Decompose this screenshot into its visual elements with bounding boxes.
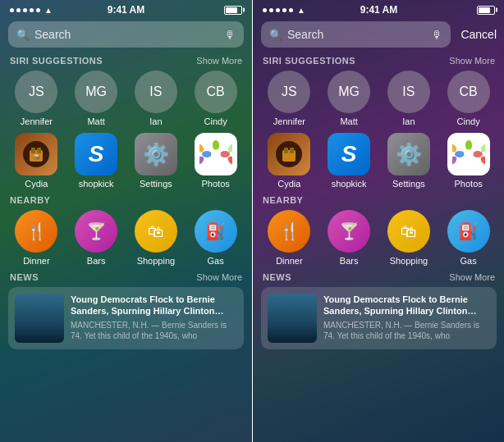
- status-bar-2: ▲ 9:41 AM: [253, 0, 504, 18]
- status-right-2: [477, 6, 495, 15]
- siri-show-more-2[interactable]: Show More: [449, 56, 495, 66]
- news-article-title-2: Young Democrats Flock to Bernie Sanders,…: [323, 294, 490, 317]
- nearby-shopping-1[interactable]: 🛍 Shopping: [131, 210, 181, 266]
- search-placeholder-1: Search: [34, 28, 220, 41]
- nearby-name-shopping-2: Shopping: [390, 256, 428, 266]
- news-show-more-2[interactable]: Show More: [449, 272, 495, 282]
- cancel-button-2[interactable]: Cancel: [456, 28, 497, 41]
- phone-panel-1: ▲ 9:41 AM 🔍 Search 🎙 SIRI SUGGESTIONS Sh…: [0, 0, 252, 442]
- gas-icon-1: ⛽: [195, 210, 237, 253]
- nearby-name-dinner-1: Dinner: [23, 256, 49, 266]
- contact-item[interactable]: JS Jennifer: [11, 71, 61, 126]
- app-item-cydia-2[interactable]: Cydia: [264, 133, 314, 189]
- wifi-icon-2: ▲: [297, 6, 305, 15]
- signal-dot: [30, 8, 34, 12]
- svg-point-7: [213, 140, 219, 150]
- app-item-settings-1[interactable]: ⚙️ Settings: [131, 133, 181, 189]
- contact-name-mg-1: Matt: [87, 116, 104, 126]
- contact-name-is-2: Ian: [402, 116, 415, 126]
- nearby-name-bars-1: Bars: [87, 256, 106, 266]
- news-content-1: Young Democrats Flock to Bernie Sanders,…: [71, 294, 237, 341]
- contact-item[interactable]: IS Ian: [384, 71, 433, 126]
- news-image-2: [268, 294, 317, 343]
- contact-item[interactable]: JS Jennifer: [264, 71, 314, 126]
- news-header-1: NEWS Show More: [0, 271, 252, 287]
- apps-row-2: Cydia S shopkick ⚙️ Settings: [253, 130, 504, 194]
- app-item-shopkick-1[interactable]: S shopkick: [71, 133, 121, 189]
- news-article-title-1: Young Democrats Flock to Bernie Sanders,…: [71, 294, 237, 317]
- svg-point-14: [211, 149, 221, 159]
- news-image-1: [15, 294, 64, 343]
- app-item-shopkick-2[interactable]: S shopkick: [324, 133, 373, 189]
- search-bar-2[interactable]: 🔍 Search 🎙: [261, 21, 451, 48]
- nearby-dinner-2[interactable]: 🍴 Dinner: [264, 210, 314, 266]
- app-name-cydia-1: Cydia: [25, 179, 48, 189]
- nearby-shopping-2[interactable]: 🛍 Shopping: [384, 210, 433, 266]
- contact-name-cb-1: Cindy: [204, 116, 227, 126]
- news-content-2: Young Democrats Flock to Bernie Sanders,…: [323, 294, 490, 341]
- contact-name-js-1: Jennifer: [21, 116, 53, 126]
- bars-icon-2: 🍸: [328, 210, 370, 253]
- contact-item[interactable]: MG Matt: [324, 71, 373, 126]
- battery-icon-2: [477, 6, 495, 15]
- nearby-name-dinner-2: Dinner: [276, 256, 302, 266]
- nearby-title-2: NEARBY: [263, 195, 303, 205]
- phone-panel-2: ▲ 9:41 AM 🔍 Search 🎙 Cancel SIRI SUGGEST…: [253, 0, 504, 442]
- status-left-1: ▲: [10, 6, 54, 15]
- apps-row-1: 📦 Cydia S shopkick ⚙️ Settings: [0, 130, 252, 194]
- nearby-dinner-1[interactable]: 🍴 Dinner: [11, 210, 61, 266]
- svg-rect-2: [31, 148, 35, 153]
- app-icon-photos-1: [195, 133, 237, 175]
- contact-item[interactable]: CB Cindy: [191, 71, 241, 126]
- signal-dot: [276, 8, 280, 12]
- contact-item[interactable]: IS Ian: [131, 71, 181, 126]
- siri-suggestions-header-1: SIRI SUGGESTIONS Show More: [0, 54, 252, 71]
- app-icon-settings-1: ⚙️: [135, 133, 177, 175]
- nearby-name-bars-2: Bars: [340, 256, 359, 266]
- contact-item[interactable]: MG Matt: [71, 71, 121, 126]
- svg-rect-3: [37, 148, 41, 153]
- nearby-bars-1[interactable]: 🍸 Bars: [71, 210, 121, 266]
- nearby-name-gas-2: Gas: [460, 256, 477, 266]
- shopping-icon-2: 🛍: [387, 210, 430, 253]
- app-item-settings-2[interactable]: ⚙️ Settings: [384, 133, 433, 189]
- status-time-1: 9:41 AM: [108, 4, 145, 16]
- search-bar-1[interactable]: 🔍 Search 🎙: [8, 21, 244, 48]
- news-show-more-1[interactable]: Show More: [196, 272, 242, 282]
- app-item-photos-1[interactable]: Photos: [191, 133, 241, 189]
- search-icon-2: 🔍: [269, 29, 282, 41]
- app-name-settings-1: Settings: [140, 179, 172, 189]
- nearby-row-1: 🍴 Dinner 🍸 Bars 🛍 Shopping ⛽ Gas: [0, 210, 252, 271]
- gear-icon-1: ⚙️: [143, 142, 169, 167]
- contacts-row-2: JS Jennifer MG Matt IS Ian CB Cindy: [253, 71, 504, 130]
- svg-point-21: [465, 140, 472, 150]
- svg-point-23: [473, 151, 483, 157]
- news-thumbnail-1: [15, 294, 64, 343]
- nearby-title-1: NEARBY: [10, 195, 50, 205]
- app-icon-shopkick-2: S: [328, 133, 370, 175]
- contact-item[interactable]: CB Cindy: [444, 71, 493, 126]
- signal-dot: [269, 8, 273, 12]
- app-name-shopkick-1: shopkick: [79, 179, 114, 189]
- shopkick-s-logo-2: S: [341, 141, 357, 167]
- siri-show-more-1[interactable]: Show More: [196, 56, 242, 66]
- siri-suggestions-title-1: SIRI SUGGESTIONS: [10, 56, 103, 66]
- siri-suggestions-header-2: SIRI SUGGESTIONS Show More: [253, 54, 504, 71]
- mic-icon-1[interactable]: 🎙: [225, 29, 236, 41]
- nearby-bars-2[interactable]: 🍸 Bars: [324, 210, 373, 266]
- nearby-gas-2[interactable]: ⛽ Gas: [444, 210, 493, 266]
- contact-name-is-1: Ian: [149, 116, 162, 126]
- contact-avatar-mg-1: MG: [75, 71, 117, 113]
- app-icon-cydia-1: 📦: [15, 133, 57, 175]
- mic-icon-2[interactable]: 🎙: [432, 29, 442, 41]
- shopping-icon-1: 🛍: [135, 210, 177, 253]
- dinner-icon-2: 🍴: [268, 210, 310, 253]
- contact-avatar-js-2: JS: [268, 71, 310, 113]
- app-item-cydia-1[interactable]: 📦 Cydia: [11, 133, 61, 189]
- news-card-2[interactable]: Young Democrats Flock to Bernie Sanders,…: [261, 287, 497, 349]
- app-item-photos-2[interactable]: Photos: [444, 133, 493, 189]
- nearby-gas-1[interactable]: ⛽ Gas: [191, 210, 241, 266]
- svg-rect-18: [290, 148, 294, 153]
- news-card-1[interactable]: Young Democrats Flock to Bernie Sanders,…: [8, 287, 244, 349]
- contact-avatar-mg-2: MG: [328, 71, 370, 113]
